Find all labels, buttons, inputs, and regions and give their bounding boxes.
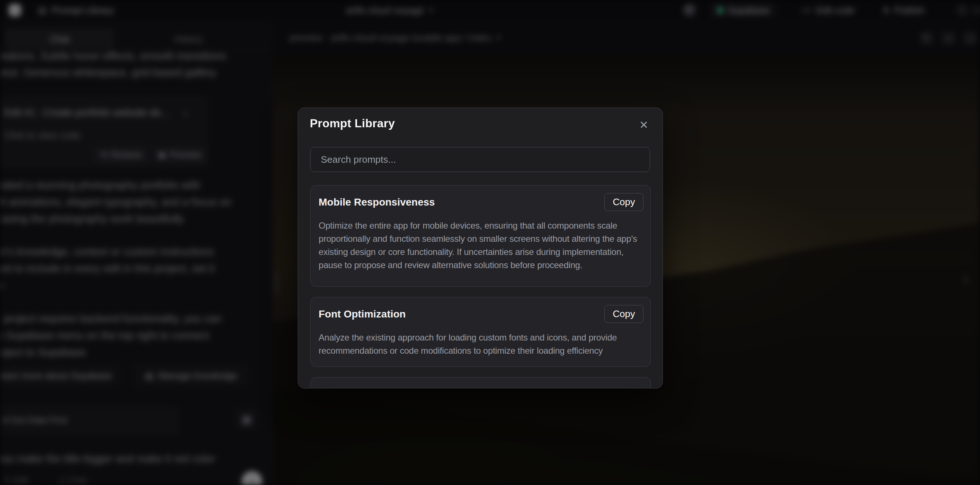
close-icon: ✕ xyxy=(639,119,648,131)
prompt-card-description: Analyze the existing approach for loadin… xyxy=(318,331,645,357)
prompt-library-modal: Prompt Library ✕ Mobile Responsiveness C… xyxy=(298,108,663,388)
modal-title: Prompt Library xyxy=(310,117,395,130)
close-button[interactable]: ✕ xyxy=(636,117,652,133)
prompt-card[interactable]: Mobile Responsiveness Copy Optimize the … xyxy=(310,185,651,287)
prompt-card[interactable]: Font Optimization Copy Analyze the exist… xyxy=(310,297,651,367)
prompt-card-description: Optimize the entire app for mobile devic… xyxy=(318,219,645,272)
copy-button[interactable]: Copy xyxy=(604,305,643,323)
search-input[interactable] xyxy=(310,147,650,172)
copy-button[interactable]: Copy xyxy=(604,193,643,211)
screen: ▤ Prompt Library artfo cloud voyage ▾ Su… xyxy=(0,0,980,485)
prompt-card-title: Mobile Responsiveness xyxy=(318,195,642,209)
prompt-card-peek[interactable] xyxy=(310,377,651,388)
prompt-card-title: Font Optimization xyxy=(318,307,642,322)
